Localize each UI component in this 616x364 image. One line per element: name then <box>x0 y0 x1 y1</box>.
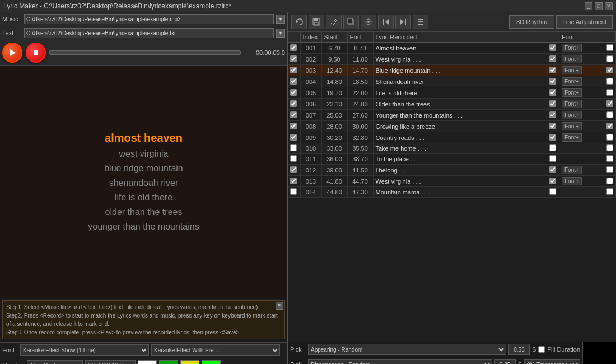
table-row[interactable]: 010 33.00 35.50 Take me home . . . <box>288 143 616 154</box>
font-plus-button[interactable]: Font+ <box>562 122 582 130</box>
row-font-btn-cell[interactable]: Font+ <box>559 65 604 76</box>
row-font-checkbox[interactable] <box>549 178 556 184</box>
row-extra-check-cell[interactable] <box>604 132 616 143</box>
row-font-check-cell[interactable] <box>547 187 559 198</box>
row-extra-check-cell[interactable] <box>604 54 616 65</box>
row-font-btn-cell[interactable]: Font+ <box>559 176 604 187</box>
row-font-checkbox[interactable] <box>549 123 556 129</box>
row-checkbox-cell[interactable] <box>288 99 300 110</box>
row-font-btn-cell[interactable]: Font+ <box>559 99 604 110</box>
maximize-button[interactable]: □ <box>595 2 603 10</box>
row-font-checkbox[interactable] <box>549 155 556 162</box>
info-close-button[interactable]: ✕ <box>276 302 283 310</box>
row-extra-check-cell[interactable] <box>604 165 616 176</box>
font-plus-button[interactable]: Font+ <box>562 66 582 74</box>
resolution-select[interactable]: SD 480P 16:9 <box>85 360 136 364</box>
disappearing-value[interactable] <box>494 359 516 364</box>
play-button[interactable] <box>2 43 22 63</box>
font-plus-button[interactable]: Font+ <box>562 44 582 52</box>
row-font-checkbox[interactable] <box>549 78 556 85</box>
align-select[interactable]: Align Center <box>27 360 83 364</box>
table-row[interactable]: 009 30.20 32.80 Country roads . . . Font… <box>288 132 616 143</box>
table-row[interactable]: 008 28.00 30.00 Growing like a breeze Fo… <box>288 121 616 132</box>
row-font-checkbox[interactable] <box>549 134 556 141</box>
music-path-input[interactable] <box>24 14 274 24</box>
font-plus-button[interactable]: Font+ <box>562 166 582 174</box>
row-checkbox-cell[interactable] <box>288 143 300 154</box>
row-font-checkbox[interactable] <box>549 67 556 73</box>
row-font-check-cell[interactable] <box>547 54 559 65</box>
row-font-check-cell[interactable] <box>547 132 559 143</box>
row-extra-checkbox[interactable] <box>606 166 613 173</box>
row-checkbox[interactable] <box>290 178 297 184</box>
row-extra-checkbox[interactable] <box>606 188 613 195</box>
row-extra-checkbox[interactable] <box>606 89 613 96</box>
row-extra-check-cell[interactable] <box>604 154 616 165</box>
row-extra-check-cell[interactable] <box>604 76 616 87</box>
row-font-btn-cell[interactable]: Font+ <box>559 43 604 54</box>
minimize-button[interactable]: _ <box>585 2 592 10</box>
font-plus-button[interactable]: Font+ <box>562 133 582 142</box>
rhythm-button[interactable]: 3D Rhythm <box>509 15 554 29</box>
save-icon-button[interactable] <box>309 15 324 29</box>
table-row[interactable]: 013 41.80 44.70 West virginia . . . Font… <box>288 176 616 187</box>
record-button[interactable] <box>361 15 376 29</box>
row-extra-checkbox[interactable] <box>606 144 613 151</box>
table-row[interactable]: 014 44.80 47.30 Mountain mama . . . <box>288 187 616 198</box>
undo-button[interactable] <box>291 15 307 29</box>
edit-button[interactable] <box>326 15 342 29</box>
row-extra-check-cell[interactable] <box>604 65 616 76</box>
row-font-btn-cell[interactable]: Font+ <box>559 54 604 65</box>
row-font-check-cell[interactable] <box>547 76 559 87</box>
row-font-check-cell[interactable] <box>547 143 559 154</box>
row-font-btn-cell[interactable] <box>559 187 604 198</box>
row-font-btn-cell[interactable]: Font+ <box>559 121 604 132</box>
row-checkbox[interactable] <box>290 78 297 85</box>
row-font-checkbox[interactable] <box>549 166 556 173</box>
row-font-btn-cell[interactable]: Font+ <box>559 132 604 143</box>
row-checkbox-cell[interactable] <box>288 187 300 198</box>
row-font-btn-cell[interactable]: Font+ <box>559 165 604 176</box>
font-plus-button[interactable]: Font+ <box>562 88 582 97</box>
color-white[interactable] <box>138 360 157 364</box>
row-checkbox-cell[interactable] <box>288 121 300 132</box>
transparency-select[interactable]: 0% Transparency <box>524 359 580 364</box>
row-checkbox-cell[interactable] <box>288 154 300 165</box>
table-row[interactable]: 001 6.70 8.70 Almost heaven Font+ <box>288 43 616 54</box>
row-font-checkbox[interactable] <box>549 44 556 51</box>
disappearing-select[interactable]: Disappearing - Random <box>308 359 492 364</box>
row-font-btn-cell[interactable]: Font+ <box>559 87 604 99</box>
color-yellow[interactable] <box>180 360 199 364</box>
font-plus-button[interactable]: Font+ <box>562 100 582 108</box>
lyric-table-container[interactable]: Index Start End Lyric Recorded Font 001 … <box>288 32 616 342</box>
row-font-btn-cell[interactable]: Font+ <box>559 76 604 87</box>
row-font-check-cell[interactable] <box>547 121 559 132</box>
row-font-btn-cell[interactable] <box>559 143 604 154</box>
row-extra-checkbox[interactable] <box>606 123 613 129</box>
text-browse-button[interactable]: ▼ <box>276 29 285 38</box>
font-plus-button[interactable]: Font+ <box>562 177 582 185</box>
row-checkbox[interactable] <box>290 188 297 195</box>
row-checkbox-cell[interactable] <box>288 43 300 54</box>
row-font-checkbox[interactable] <box>549 188 556 195</box>
row-font-check-cell[interactable] <box>547 99 559 110</box>
row-extra-check-cell[interactable] <box>604 176 616 187</box>
row-checkbox[interactable] <box>290 67 297 73</box>
font-plus-button[interactable]: Font+ <box>562 77 582 86</box>
text-path-input[interactable] <box>24 28 274 38</box>
row-font-btn-cell[interactable] <box>559 154 604 165</box>
table-row[interactable]: 003 12.40 14.70 Blue ridge mountain . . … <box>288 65 616 76</box>
row-font-check-cell[interactable] <box>547 110 559 121</box>
font-plus-button[interactable]: Font+ <box>562 55 582 63</box>
row-font-checkbox[interactable] <box>549 89 556 96</box>
row-extra-checkbox[interactable] <box>606 134 613 141</box>
table-row[interactable]: 012 39.00 41.50 I belong . . . Font+ <box>288 165 616 176</box>
fast-forward-button[interactable] <box>395 15 411 29</box>
row-checkbox[interactable] <box>290 123 297 129</box>
settings-button[interactable] <box>413 15 428 29</box>
row-checkbox-cell[interactable] <box>288 54 300 65</box>
appearing-select[interactable]: Appearing - Random <box>308 344 506 355</box>
row-font-check-cell[interactable] <box>547 43 559 54</box>
stop-button[interactable] <box>26 43 46 63</box>
row-checkbox-cell[interactable] <box>288 176 300 187</box>
